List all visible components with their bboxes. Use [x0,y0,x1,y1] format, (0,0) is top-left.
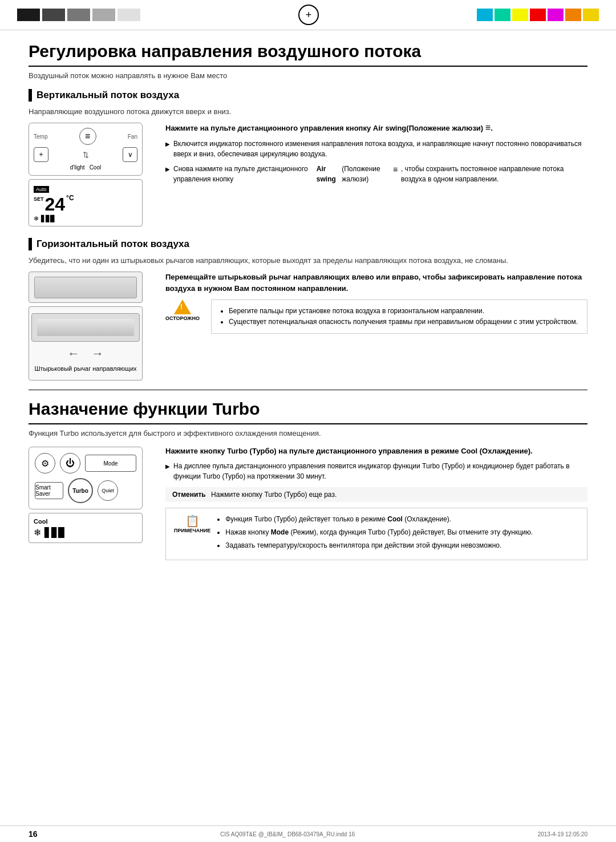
warning-container: ОСТОРОЖНО Берегите пальцы при установке … [165,299,587,334]
vertical-left-col: Temp ≡ Fan + ⇅ ∨ d'light Cool [29,123,154,226]
horizontal-images-col: ← → Штырьковый рычаг направляющих [29,272,154,380]
vane-label: Штырьковый рычаг направляющих [34,365,136,373]
horizontal-instruction: Перемещайте штырьковый рычаг направляющи… [165,272,587,294]
turbo-bullet-1: На дисплее пульта дистанционного управле… [165,461,587,481]
page-title-1: Регулировка направления воздушного поток… [29,42,587,67]
cancel-label: Отменить [172,491,206,499]
ac-front [37,319,134,336]
bottom-bar: 16 CIS AQ09T&E @_IB&IM_ DB68-03479A_RU.i… [0,825,616,842]
temp-label: Temp [34,133,47,140]
warning-list: Берегите пальцы при установке потока воз… [220,306,579,327]
warning-label: ОСТОРОЖНО [165,315,200,321]
plus-button[interactable]: + [34,147,48,162]
turbo-bullet-list: На дисплее пульта дистанционного управле… [165,461,587,481]
minus-button[interactable]: ∨ [123,147,137,162]
warning-box: Берегите пальцы при установке потока воз… [211,299,587,334]
note-item-2: Нажав кнопку Mode (Режим), когда функция… [225,527,533,538]
horizontal-section-desc: Убедитесь, что ни один из штырьковых рыч… [29,256,587,265]
section-header-horizontal: Горизонтальный поток воздуха [29,238,587,250]
note-icon: 📋 [185,514,200,528]
bullet-item-1: Включится индикатор постоянного изменени… [165,139,587,159]
section-header-vertical: Вертикальный поток воздуха [29,89,587,102]
swatch-teal [495,9,510,21]
settings-btn[interactable]: ⚙ [35,453,55,473]
quiet-btn[interactable]: Quiet [98,480,118,501]
swatch-red [530,9,546,21]
bullet-list-1: Включится индикатор постоянного изменени… [165,139,587,184]
temp-unit: °C [66,194,74,202]
note-item-1: Функция Turbo (Турбо) действует только в… [225,514,533,525]
temp-display: SET 24 °C [34,194,137,215]
fan-icon-row: ❄ ▋▊▉ [34,215,137,222]
fan-label: Fan [128,133,137,140]
ac-unit-body [34,277,137,298]
swatch-white [117,9,140,21]
note-item-3: Задавать температуру/скорость вентилятор… [225,540,533,551]
remote-control-1: Temp ≡ Fan + ⇅ ∨ d'light Cool [29,123,143,176]
arrow-right: → [91,346,104,361]
swatch-cyan [477,9,493,21]
file-info: CIS AQ09T&E @_IB&IM_ DB68-03479A_RU.indd… [220,831,355,837]
swing-button[interactable]: ≡ [79,128,96,145]
turbo-two-col: ⚙ ⏻ Mode Smart Saver Turbo [29,447,587,560]
signal-icon: ▋▊▉ [41,215,55,222]
horizontal-layout: ← → Штырьковый рычаг направляющих Переме… [29,272,587,380]
warning-triangle-icon [174,299,191,314]
note-header: 📋 ПРИМЕЧАНИЕ Функция Turbo (Турбо) дейст… [174,514,579,554]
swatch-mid-gray [67,9,90,21]
vertical-section-desc: Направляющие воздушного потока движутся … [29,107,587,116]
color-swatches-left [17,9,140,21]
mode-btn[interactable]: Mode [85,455,136,472]
smart-saver-btn[interactable]: Smart Saver [35,482,63,499]
horizontal-text-col: Перемещайте штырьковый рычаг направляющи… [165,272,587,334]
horizontal-section-title: Горизонтальный поток воздуха [37,238,189,250]
ac-unit-top [29,272,143,303]
signal-bars: ▋▊▉ [44,527,65,538]
power-btn[interactable]: ⏻ [60,453,80,473]
set-label: SET [34,196,44,202]
turbo-right-col: Нажмите кнопку Turbo (Турбо) на пульте д… [165,447,587,560]
vertical-two-col: Temp ≡ Fan + ⇅ ∨ d'light Cool [29,123,587,226]
swatch-magenta [548,9,564,21]
remote-control-2: ⚙ ⏻ Mode Smart Saver Turbo [29,447,143,509]
vertical-section-title: Вертикальный поток воздуха [37,90,179,101]
section-bar [29,89,32,102]
cool-label: Cool [90,164,102,171]
smart-saver-col: Smart Saver [35,482,63,499]
vertical-section: Вертикальный поток воздуха Направляющие … [29,89,587,226]
remote-display-1: Auto SET 24 °C ❄ ▋▊▉ [29,179,143,226]
note-list: Функция Turbo (Турбо) действует только в… [216,514,533,554]
warning-item-2: Существует потенциальная опасность получ… [229,317,579,327]
date-info: 2013-4-19 12:05:20 [538,831,587,837]
warning-item-1: Берегите пальцы при установке потока воз… [229,306,579,317]
temp-value: 24 [45,194,66,215]
warning-icon-col: ОСТОРОЖНО [165,299,200,321]
remote2-row2: Smart Saver Turbo Quiet [35,478,136,503]
cool-mode-label: Cool [34,518,137,525]
note-label: ПРИМЕЧАНИЕ [174,528,210,533]
cool-dlight-row: d'light Cool [34,164,137,171]
swatch-orange [565,9,581,21]
ac-body [31,313,140,342]
swing-arrows-icon: ⇅ [83,151,89,159]
horizontal-section: Горизонтальный поток воздуха Убедитесь, … [29,238,587,380]
display2-icons: ❄ ▋▊▉ [34,527,137,538]
arrow-left: ← [67,346,80,361]
section-bar-h [29,238,32,250]
note-icon-col: 📋 ПРИМЕЧАНИЕ [174,514,210,533]
remote-display-2: Cool ❄ ▋▊▉ [29,513,143,543]
vertical-right-col: Нажмите на пульте дистанционного управле… [165,123,587,226]
turbo-btn[interactable]: Turbo [68,478,93,503]
fan-speed-icon: ❄ [34,215,39,222]
page-title-2: Назначение функции Turbo [29,399,587,424]
intro-text-2: Функция Turbo используется для быстрого … [29,429,587,438]
top-bar [0,0,616,30]
page-number: 16 [29,829,38,839]
section-divider [29,390,587,390]
cancel-box: Отменить Нажмите кнопку Turbo (Турбо) ещ… [165,487,587,502]
auto-label: Auto [34,186,49,193]
cancel-text: Нажмите кнопку Turbo (Турбо) еще раз. [211,491,337,499]
swatch-gold [583,9,599,21]
dlight-label: d'light [70,164,85,171]
main-content: Регулировка направления воздушного поток… [0,30,616,589]
